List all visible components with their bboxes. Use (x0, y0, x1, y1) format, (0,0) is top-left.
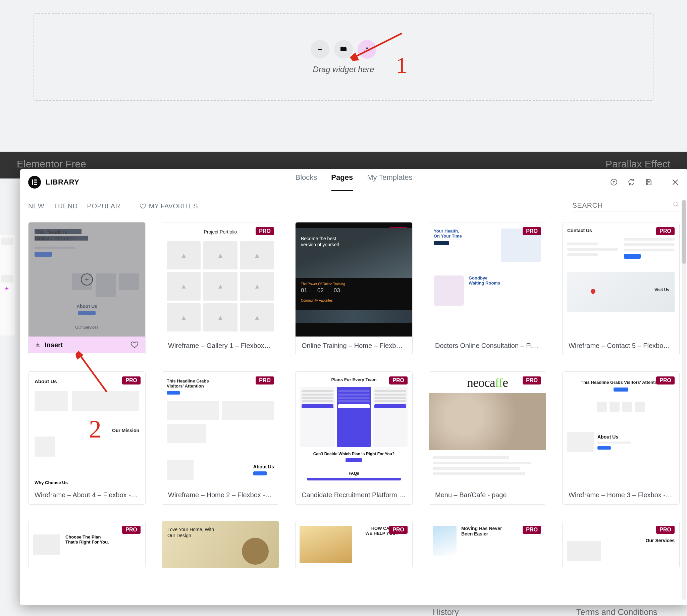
template-thumbnail: This Headline Grabs Visitors' Attention … (562, 372, 679, 486)
template-thumbnail: Project Portfolio ▲▲▲ ▲▲▲ ▲▲▲ (162, 222, 279, 336)
template-title: Menu – Bar/Cafe - page (429, 486, 546, 504)
download-icon (35, 342, 41, 348)
template-thumbnail: Love Your Home, With Our Design (162, 521, 279, 568)
template-card[interactable]: PRO Plans For Every Team Can't Decide Wh… (295, 371, 413, 505)
filter-trend[interactable]: TREND (54, 202, 77, 210)
template-card[interactable]: PRO Project Portfolio ▲▲▲ ▲▲▲ ▲▲▲ Wirefr… (162, 222, 279, 355)
tab-pages[interactable]: Pages (331, 173, 353, 191)
template-card[interactable]: PRO Become the best version of yourself … (295, 222, 413, 355)
plus-icon (316, 46, 324, 53)
upload-button[interactable] (610, 178, 618, 186)
template-library-button[interactable] (334, 40, 353, 59)
library-modal: LIBRARY Blocks Pages My Templates NEW (20, 169, 687, 605)
svg-rect-1 (32, 179, 33, 185)
elementor-logo-icon (28, 176, 41, 189)
svg-line-7 (677, 205, 679, 207)
folder-icon (339, 45, 348, 53)
editor-canvas: Drag widget here (0, 0, 687, 152)
pro-badge: PRO (122, 376, 140, 384)
scrollbar[interactable] (682, 200, 686, 600)
save-button[interactable] (644, 178, 653, 186)
annotation-number-1: 1 (396, 52, 407, 79)
template-thumbnail: Your Health, On Your Time Goodbye Waitin… (429, 222, 546, 336)
footer-history[interactable]: History (433, 607, 459, 616)
heart-icon (139, 203, 146, 210)
template-thumbnail: Contact Us Visit Us (562, 222, 679, 336)
pro-badge: PRO (656, 376, 674, 384)
template-thumbnail: Plans For Every Team Can't Decide Which … (295, 372, 412, 486)
template-card[interactable]: PRO About Us Our Mission Why Choose Us W… (28, 371, 146, 505)
svg-rect-2 (34, 179, 37, 180)
library-title: LIBRARY (46, 178, 79, 186)
pro-badge: PRO (122, 526, 140, 534)
footer-terms[interactable]: Terms and Conditions (576, 607, 658, 616)
tab-my-templates[interactable]: My Templates (367, 173, 412, 191)
svg-point-6 (673, 202, 677, 206)
ai-icon[interactable] (3, 286, 11, 294)
pro-badge: PRO (523, 526, 541, 534)
template-thumbnail: neocaffe (429, 372, 546, 486)
footer-links: History Terms and Conditions (0, 607, 687, 616)
pro-badge: PRO (656, 227, 674, 235)
drop-zone[interactable]: Drag widget here (34, 14, 653, 101)
template-thumbnail: About Us Our Mission Why Choose Us (28, 372, 145, 486)
template-title: Wireframe – Home 3 – Flexbox - pa… (562, 486, 679, 504)
magnify-icon[interactable] (81, 273, 93, 286)
template-card[interactable]: PRO Choose The PlanThat's Right For You. (28, 521, 146, 568)
pro-badge: PRO (656, 526, 674, 534)
search-input[interactable] (572, 201, 672, 210)
template-title: Candidate Recruitment Platform - p… (295, 486, 412, 504)
pro-badge: PRO (256, 227, 274, 235)
pro-badge: PRO (389, 526, 407, 534)
template-card[interactable]: PRO neocaffe Menu – Bar/Cafe - page (429, 371, 546, 505)
svg-rect-3 (34, 181, 37, 182)
template-card[interactable]: PRO This Headline Grabs Visitors' Attent… (562, 371, 680, 505)
close-button[interactable] (671, 178, 680, 186)
template-title: Doctors Online Consultation – Flex… (429, 336, 546, 355)
templates-grid: This Headline Grabs Visitors' Attention … (28, 222, 680, 568)
search-icon (672, 201, 680, 210)
template-card[interactable]: PRO Love Your Home, With Our Design (162, 521, 279, 568)
favorite-toggle[interactable] (131, 340, 139, 349)
filter-favorites[interactable]: MY FAVORITES (139, 202, 198, 210)
annotation-number-2: 2 (89, 415, 101, 443)
search-wrap[interactable] (572, 201, 680, 212)
template-card[interactable]: PRO Moving Has NeverBeen Easier (429, 521, 546, 568)
template-title: Online Training – Home – Flexbox - … (295, 336, 412, 355)
library-subheader: NEW TREND POPULAR MY FAVORITES (20, 195, 687, 217)
library-header: LIBRARY Blocks Pages My Templates (20, 169, 687, 195)
pro-badge: PRO (523, 227, 541, 235)
template-thumbnail: This Headline Grabs Visitors' Attention … (162, 372, 279, 486)
refresh-button[interactable] (627, 178, 636, 186)
sidebar-pill (1, 275, 14, 283)
add-widget-button[interactable] (311, 40, 329, 59)
template-thumbnail: Become the best version of yourself The … (295, 222, 412, 336)
left-sidebar-fragment (0, 235, 15, 335)
sidebar-pill (1, 238, 14, 245)
template-title: Wireframe – Contact 5 – Flexbox - … (562, 336, 679, 355)
library-brand: LIBRARY (28, 176, 79, 189)
pro-badge: PRO (523, 376, 541, 384)
template-card[interactable]: This Headline Grabs Visitors' Attention … (28, 222, 146, 355)
pro-badge: PRO (256, 376, 274, 384)
template-card[interactable]: PRO This Headline Grabs Visitors' Attent… (162, 371, 279, 505)
template-title: Wireframe – Gallery 1 – Flexbox - pa… (162, 336, 279, 355)
template-card[interactable]: PRO Your Health, On Your Time (429, 222, 546, 355)
insert-button[interactable]: Insert (35, 341, 63, 349)
template-card[interactable]: PRO HOW CANWE HELP YOU? (295, 521, 413, 568)
thumbnail-hover-overlay (28, 222, 145, 336)
tab-blocks[interactable]: Blocks (295, 173, 317, 191)
scrollbar-thumb[interactable] (682, 200, 686, 264)
svg-rect-4 (34, 184, 37, 185)
template-card[interactable]: PRO Our Services (562, 521, 680, 568)
divider (662, 177, 662, 187)
filter-popular[interactable]: POPULAR (87, 202, 120, 210)
pro-badge: PRO (389, 376, 407, 384)
template-card[interactable]: PRO Contact Us Visit Us Wireframe – Cont… (562, 222, 680, 355)
filter-new[interactable]: NEW (28, 202, 44, 210)
template-title: Wireframe – About 4 – Flexbox - pa… (28, 486, 145, 504)
divider (130, 202, 130, 210)
template-title: Wireframe – Home 2 – Flexbox - pa… (162, 486, 279, 504)
